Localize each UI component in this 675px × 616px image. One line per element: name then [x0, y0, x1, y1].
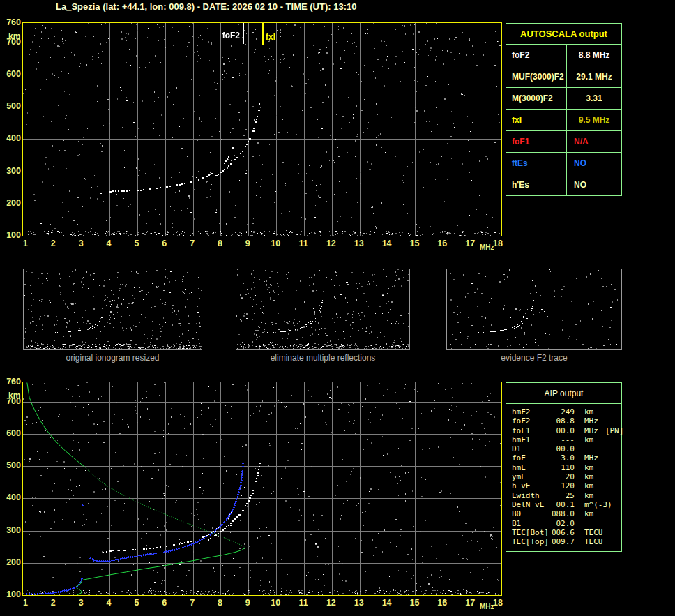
autoscala-row-value: NO [567, 153, 621, 174]
y-axis-tick-label: 400 [0, 133, 21, 143]
autoscala-row-fof1: foF1N/A [506, 130, 621, 152]
x-axis-tick-label: 14 [382, 598, 392, 608]
bottom-x-axis-unit: MHz [480, 603, 494, 610]
aip-unit: TECU [584, 528, 603, 537]
y-axis-tick-label: 100 [0, 230, 21, 240]
aip-row-hmf1: hmF1---km [512, 435, 621, 444]
aip-row-fof2: foF208.8MHz [512, 416, 621, 426]
x-axis-tick-label: 9 [245, 239, 250, 248]
aip-row-yme: ymE20km [512, 472, 621, 481]
aip-unit: TECU [584, 537, 603, 546]
thumbnail-caption-evidence: evidence F2 trace [446, 353, 622, 363]
aip-label: TEC[Top] [512, 537, 551, 546]
top-x-axis-unit: MHz [480, 243, 494, 251]
x-axis-tick-label: 1 [23, 239, 28, 248]
aip-table-body: hmF2249kmfoF208.8MHzfoF100.0MHz[PN]hmF1-… [506, 404, 621, 546]
aip-label: hmF1 [512, 435, 551, 444]
autoscala-row-ftes: ftEsNO [506, 152, 621, 174]
aip-unit: km [584, 435, 593, 444]
aip-table: AIP output hmF2249kmfoF208.8MHzfoF100.0M… [506, 382, 622, 552]
aip-label: foF1 [512, 426, 551, 435]
aip-value: 25 [551, 491, 575, 500]
x-axis-tick-label: 1 [23, 598, 28, 608]
x-axis-tick-label: 15 [409, 239, 419, 248]
x-axis-tick-label: 8 [218, 239, 222, 248]
autoscala-row-label: fxI [506, 110, 567, 130]
aip-unit: MHz [584, 426, 598, 435]
x-axis-tick-label: 10 [271, 239, 280, 248]
thumbnail-eliminate-canvas [236, 269, 409, 349]
aip-unit: MHz [584, 453, 598, 463]
autoscala-row-muf3000f2: MUF(3000)F229.1 MHz [506, 66, 621, 87]
x-axis-tick-label: 14 [382, 239, 392, 248]
aip-value: 02.0 [551, 519, 575, 528]
x-axis-tick-label: 16 [437, 598, 447, 608]
x-axis-tick-label: 12 [326, 598, 336, 608]
aip-unit: km [584, 491, 593, 500]
x-axis-tick-label: 18 [493, 598, 503, 608]
thumbnail-original-ionogram [23, 269, 202, 350]
aip-label: Ewidth [512, 491, 551, 500]
x-axis-tick-label: 7 [190, 239, 195, 248]
y-axis-tick-label: 760 [0, 377, 21, 386]
aip-unit: m^(-3) [584, 500, 612, 509]
aip-row-b1: B102.0 [512, 519, 621, 528]
aip-value: 110 [551, 463, 575, 472]
autoscala-table-body: foF28.8 MHzMUF(3000)F229.1 MHzM(3000)F23… [506, 44, 621, 195]
aip-value: 00.0 [551, 426, 575, 435]
y-axis-tick-label: 300 [0, 525, 21, 535]
y-axis-tick-label: 600 [0, 428, 21, 438]
thumbnail-evidence-canvas [447, 269, 621, 349]
autoscala-window: La_Spezia (lat: +44.1, lon: 009.8) - DAT… [0, 0, 675, 616]
x-axis-tick-label: 11 [298, 239, 308, 248]
x-axis-tick-label: 2 [51, 239, 56, 248]
aip-row-tectop: TEC[Top]009.7TECU [512, 537, 621, 546]
aip-unit: km [584, 481, 593, 490]
x-axis-tick-label: 2 [51, 598, 56, 608]
x-axis-tick-label: 6 [162, 598, 167, 608]
aip-unit: km [584, 472, 593, 481]
autoscala-table-header: AUTOSCALA output [506, 24, 621, 44]
aip-value: 088.0 [551, 509, 575, 518]
top-y-axis-unit: km [8, 31, 20, 41]
autoscala-row-value: N/A [567, 131, 621, 152]
y-axis-tick-label: 200 [0, 198, 21, 208]
aip-value: 009.7 [551, 537, 575, 546]
x-axis-tick-label: 15 [409, 598, 419, 608]
aip-row-delnve: DelN_vE00.1m^(-3) [512, 500, 621, 509]
y-axis-tick-label: 400 [0, 493, 21, 502]
aip-label: hmE [512, 463, 551, 472]
thumbnail-evidence-f2 [446, 269, 622, 350]
aip-label: h_vE [512, 481, 551, 490]
autoscala-row-label: foF1 [506, 131, 567, 152]
aip-row-b0: B0088.0km [512, 509, 621, 518]
aip-row-fof1: foF100.0MHz[PN] [512, 426, 621, 435]
aip-unit: MHz [584, 416, 598, 426]
x-axis-tick-label: 5 [134, 598, 139, 608]
aip-unit: km [584, 407, 593, 416]
aip-row-ewidth: Ewidth25km [512, 491, 621, 500]
aip-row-hme: hmE110km [512, 463, 621, 472]
aip-row-foe: foE3.0MHz [512, 453, 621, 463]
ionogram-plot [22, 22, 502, 236]
aip-label: TEC[Bot] [512, 528, 551, 537]
x-axis-tick-label: 3 [79, 598, 84, 608]
autoscala-row-fof2: foF28.8 MHz [506, 44, 621, 66]
aip-row-tecbot: TEC[Bot]006.6TECU [512, 528, 621, 537]
aip-value: 00.0 [551, 444, 575, 453]
thumbnail-caption-original: original ionogram resized [23, 353, 202, 363]
thumbnail-caption-eliminate: eliminate multiple reflections [236, 353, 410, 363]
fxi-marker-label: fxI [266, 32, 275, 42]
aip-row-d1: D100.0 [512, 444, 621, 453]
fof2-marker-label: foF2 [213, 31, 240, 40]
aip-value: 00.1 [551, 500, 575, 509]
autoscala-row-value: 3.31 [567, 88, 621, 109]
aip-label: hmF2 [512, 407, 551, 416]
aip-table-header: AIP output [506, 383, 621, 404]
aip-value: 120 [551, 481, 575, 490]
autoscala-row-label: foF2 [506, 45, 567, 66]
aip-unit: km [584, 509, 593, 518]
y-axis-tick-label: 200 [0, 557, 21, 567]
aip-label: ymE [512, 472, 551, 481]
y-axis-tick-label: 100 [0, 589, 21, 599]
